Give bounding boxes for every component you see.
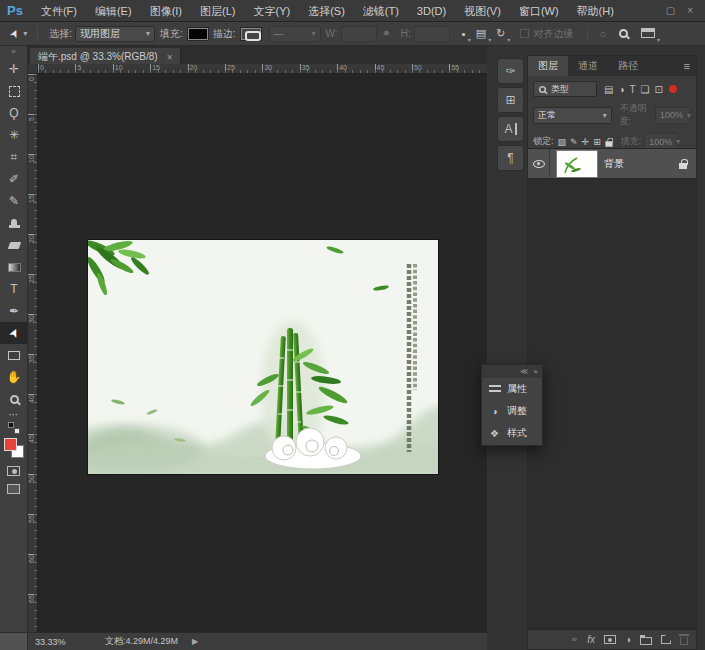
panel-button-adjustments[interactable]: ◑ 调整 (482, 400, 542, 422)
panel-button-styles[interactable]: ❖ 样式 (482, 422, 542, 444)
menu-item-0[interactable]: 文件(F) (32, 0, 86, 22)
opacity-field[interactable]: 100% ▾ (655, 107, 691, 124)
type-tool[interactable]: T (0, 278, 28, 300)
menu-item-6[interactable]: 滤镜(T) (354, 0, 408, 22)
menu-item-7[interactable]: 3D(D) (408, 0, 455, 22)
rectangle-tool-icon (8, 351, 20, 360)
fill-color-swatch[interactable] (188, 28, 208, 40)
zoom-tool[interactable] (0, 388, 28, 410)
menu-item-10[interactable]: 帮助(H) (568, 0, 623, 22)
vertical-ruler[interactable]: 05101520253035404550556065 (28, 74, 38, 632)
shape-width-field[interactable] (341, 26, 377, 42)
blend-mode-dropdown[interactable]: 正常 ▾ (533, 107, 612, 124)
zoom-level-field[interactable]: 33.33% (35, 637, 83, 647)
crop-tool[interactable]: ⌗ (0, 146, 28, 168)
filter-pixel-layers-icon[interactable]: ▤ (604, 84, 613, 95)
path-alignment-icon[interactable]: ▤ ▾ (476, 27, 486, 40)
close-window-icon[interactable]: × (687, 5, 693, 16)
canvas-area[interactable]: 0510152025303540455055 05101520253035404… (28, 64, 487, 632)
chevron-down-icon: ▾ (142, 29, 150, 38)
lock-position-icon[interactable]: ✛ (582, 137, 590, 147)
align-edges-option[interactable]: 对齐边缘 (520, 27, 573, 41)
menu-item-3[interactable]: 图层(L) (191, 0, 244, 22)
select-scope-dropdown[interactable]: 现用图层 ▾ (75, 26, 155, 42)
close-panel-icon[interactable]: × (533, 367, 538, 376)
rectangle-tool[interactable] (0, 344, 28, 366)
delete-layer-icon[interactable] (680, 637, 688, 645)
horizontal-ruler[interactable]: 0510152025303540455055 (38, 64, 487, 74)
clone-stamp-tool[interactable] (0, 212, 28, 234)
menu-item-2[interactable]: 图像(I) (141, 0, 191, 22)
new-layer-icon[interactable] (661, 635, 671, 644)
ruler-left-label: 65 (28, 594, 35, 604)
toolbar-ellipsis-icon[interactable]: ⋯ (9, 410, 19, 420)
filter-type-layers-icon[interactable]: T (630, 84, 636, 95)
foreground-color-swatch[interactable] (4, 438, 17, 451)
gradient-tool[interactable] (0, 256, 28, 278)
lock-transparent-pixels-icon[interactable]: ▨ (558, 137, 567, 147)
shape-height-field[interactable] (414, 26, 450, 42)
path-arrangement-icon[interactable]: ↻ ▾ (496, 27, 505, 40)
lock-artboard-icon[interactable]: ⊞ (593, 137, 601, 147)
current-tool-preset[interactable]: ➤ ▾ (0, 27, 31, 40)
path-operations-icon[interactable]: ▪ ▾ (462, 28, 466, 40)
layer-style-icon[interactable]: fx (587, 634, 595, 645)
filter-toggle-light[interactable] (669, 85, 677, 93)
layer-visibility-cell[interactable] (528, 149, 550, 179)
add-layer-mask-icon[interactable] (604, 635, 616, 644)
filter-group-layers-icon[interactable]: ❏ (641, 84, 650, 95)
character-panel[interactable]: A (497, 116, 524, 142)
clone-source-panel[interactable]: ⊞ (497, 87, 524, 113)
move-tool[interactable]: ✛ (0, 58, 28, 80)
menu-item-5[interactable]: 选择(S) (299, 0, 354, 22)
hand-tool[interactable]: ✋ (0, 366, 28, 388)
search-icon[interactable] (619, 28, 628, 40)
menu-item-4[interactable]: 文字(Y) (244, 0, 299, 22)
workspace-layout-icon[interactable]: ▾ (641, 28, 655, 40)
pen-tool[interactable]: ✒ (0, 300, 28, 322)
panel-menu-icon[interactable]: ≡ (678, 56, 696, 76)
brush-tool[interactable]: ✎ (0, 190, 28, 212)
restore-window-icon[interactable]: ▢ (666, 5, 675, 16)
panel-button-properties[interactable]: 属性 (482, 378, 542, 400)
new-adjustment-layer-icon[interactable]: ◑ (625, 634, 631, 645)
path-selection-tool[interactable]: ➤ (0, 322, 28, 344)
filter-smart-objects-icon[interactable]: ⊡ (655, 84, 663, 95)
menu-item-9[interactable]: 窗口(W) (510, 0, 568, 22)
layer-row-background[interactable]: 背景 (528, 149, 696, 179)
new-group-icon[interactable] (640, 637, 652, 645)
screen-mode-icon[interactable] (7, 484, 20, 494)
link-dimensions-icon[interactable]: ⚭ (382, 27, 391, 40)
eraser-tool[interactable] (0, 234, 28, 256)
status-expand-icon[interactable]: ▶ (192, 637, 198, 646)
layers-panel: 图层 通道 路径 ≡ 类型 ▤◑T❏⊡ 正常 ▾ 不透明度: 100% ▾ 锁定… (527, 55, 697, 650)
menu-item-1[interactable]: 编辑(E) (86, 0, 141, 22)
layer-thumbnail[interactable] (557, 151, 597, 177)
tab-channels[interactable]: 通道 (568, 56, 608, 76)
type-tool-icon: T (10, 283, 17, 295)
collapse-panel-icon[interactable]: ≪ (520, 367, 528, 376)
eyedropper-tool[interactable]: ✐ (0, 168, 28, 190)
tab-layers[interactable]: 图层 (528, 56, 568, 76)
quick-selection-tool[interactable]: ✳ (0, 124, 28, 146)
link-layers-icon[interactable]: ⚭ (570, 634, 578, 645)
lock-image-pixels-icon[interactable]: ✎ (570, 137, 578, 147)
stroke-style-dropdown[interactable]: — ▾ (269, 26, 321, 42)
lock-all-icon[interactable] (605, 141, 612, 146)
filter-adjustment-layers-icon[interactable]: ◑ (618, 84, 624, 95)
close-tab-icon[interactable]: × (167, 52, 173, 63)
lasso-tool[interactable]: Ϙ (0, 102, 28, 124)
default-swap-colors-icon[interactable] (8, 422, 20, 434)
toolbar-collapse-icon[interactable]: » (0, 46, 27, 58)
marquee-tool[interactable] (0, 80, 28, 102)
quick-mask-mode-icon[interactable] (7, 466, 20, 476)
menu-item-8[interactable]: 视图(V) (455, 0, 510, 22)
paragraph-panel[interactable]: ¶ (497, 145, 524, 171)
layer-filter-type-dropdown[interactable]: 类型 (533, 81, 597, 97)
brush-panel[interactable]: ✑ (497, 58, 524, 84)
stroke-color-swatch[interactable] (241, 28, 261, 40)
document-image[interactable] (88, 240, 438, 474)
properties-label: 属性 (507, 382, 527, 396)
color-swatches[interactable] (4, 438, 24, 458)
tab-paths[interactable]: 路径 (608, 56, 648, 76)
